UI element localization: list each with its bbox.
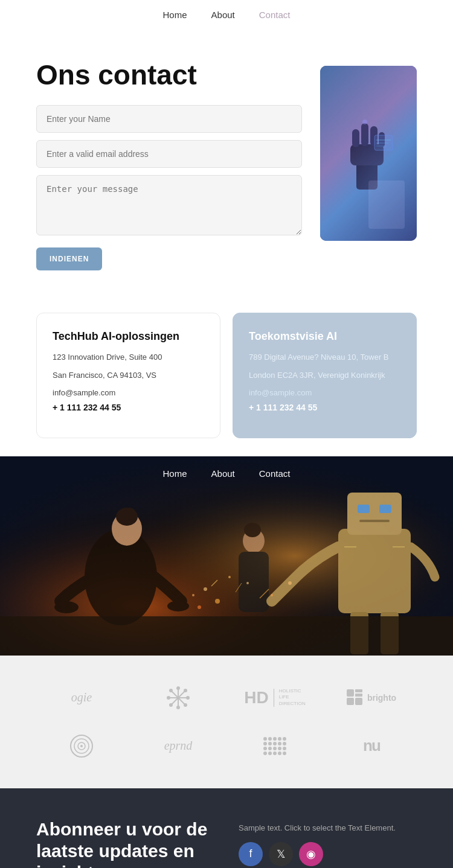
hero-image [320, 66, 417, 241]
overlay-nav-contact[interactable]: Contact [259, 468, 291, 479]
svg-point-68 [278, 737, 281, 741]
svg-point-75 [263, 747, 267, 750]
logo-epond: eprnd [133, 733, 223, 759]
svg-point-80 [263, 752, 267, 755]
svg-point-78 [278, 747, 281, 750]
name-input[interactable] [36, 105, 302, 133]
svg-point-52 [170, 689, 172, 692]
logos-section: ogie HD HOLISTICLIFEDIRECTION [0, 656, 453, 788]
card1-phone: + 1 111 232 44 55 [53, 401, 204, 414]
svg-point-79 [283, 747, 286, 750]
card2-phone: + 1 111 232 44 55 [249, 401, 400, 414]
footer-title: Abonneer u voor de laatste updates en in… [36, 819, 214, 868]
svg-point-39 [192, 594, 194, 596]
overlay-nav-about[interactable]: About [211, 468, 235, 479]
svg-rect-43 [0, 616, 453, 656]
card2-address1: 789 Digital Avenue? Niveau 10, Tower B [249, 351, 400, 364]
nav-contact[interactable]: Contact [259, 10, 291, 20]
svg-point-83 [278, 752, 281, 755]
footer-left-col: Abonneer u voor de laatste updates en in… [36, 819, 214, 868]
card2-address2: London EC2A 3JR, Verenigd Koninkrijk [249, 369, 400, 382]
nav-home[interactable]: Home [163, 10, 187, 20]
circles-icon [69, 734, 94, 758]
svg-point-35 [246, 582, 249, 584]
svg-point-72 [273, 742, 277, 745]
svg-rect-59 [347, 698, 354, 705]
svg-point-64 [80, 745, 83, 747]
svg-point-17 [124, 508, 136, 520]
svg-rect-23 [338, 529, 411, 613]
dots-icon [262, 735, 289, 756]
hero-image-placeholder [320, 66, 417, 241]
footer-right-col: Sample text. Click to select the Text El… [239, 819, 417, 868]
footer-sample-text[interactable]: Sample text. Click to select the Text El… [239, 823, 417, 832]
hero-section: Ons contact INDIENEN [0, 30, 453, 295]
logo-bright: brighto [326, 683, 417, 712]
logo-nu: nu [326, 730, 417, 761]
svg-point-32 [204, 587, 207, 591]
card2-title: Toekomstvisie AI [249, 330, 400, 343]
svg-rect-26 [379, 505, 391, 513]
footer-section: Abonneer u voor de laatste updates en in… [0, 788, 453, 868]
svg-point-36 [198, 605, 201, 609]
logo-ogie: ogie [36, 685, 127, 710]
logo-circles [36, 728, 127, 764]
card1-email[interactable]: info@sample.com [53, 388, 204, 397]
logo-snowflake [133, 680, 223, 716]
email-input[interactable] [36, 140, 302, 168]
svg-point-69 [283, 737, 286, 741]
svg-point-37 [271, 594, 273, 596]
footer-top: Abonneer u voor de laatste updates en in… [36, 819, 417, 868]
svg-point-77 [273, 747, 277, 750]
message-input[interactable] [36, 175, 302, 235]
svg-rect-2 [352, 129, 359, 147]
svg-point-71 [268, 742, 272, 745]
overlay-navigation: Home About Contact [163, 468, 291, 479]
svg-rect-22 [239, 552, 269, 612]
card-toekomst: Toekomstvisie AI 789 Digital Avenue? Niv… [233, 313, 417, 438]
svg-point-55 [170, 704, 172, 706]
bright-icon [347, 689, 364, 706]
overlay-nav-home[interactable]: Home [163, 468, 187, 479]
svg-rect-60 [355, 698, 362, 705]
svg-rect-3 [361, 123, 368, 146]
top-navigation: Home About Contact [0, 0, 453, 30]
svg-point-67 [273, 737, 277, 741]
svg-point-70 [263, 742, 267, 745]
svg-point-21 [244, 523, 261, 537]
card-techhub: TechHub AI-oplossingen 123 Innovation Dr… [36, 313, 220, 438]
nav-about[interactable]: About [211, 10, 235, 20]
svg-rect-25 [358, 505, 370, 513]
svg-point-33 [228, 576, 231, 578]
instagram-button[interactable]: ◉ [299, 842, 323, 866]
twitter-icon: 𝕏 [277, 847, 286, 861]
svg-point-49 [177, 706, 179, 709]
svg-point-73 [278, 742, 281, 745]
card1-address2: San Francisco, CA 94103, VS [53, 369, 204, 382]
svg-point-18 [54, 601, 79, 613]
contact-form-area: Ons contact INDIENEN [36, 60, 302, 270]
svg-rect-27 [359, 520, 390, 522]
facebook-icon: f [249, 847, 252, 860]
svg-point-66 [268, 737, 272, 741]
card1-address1: 123 Innovation Drive, Suite 400 [53, 351, 204, 364]
svg-point-38 [288, 581, 292, 585]
svg-point-53 [184, 704, 187, 706]
svg-point-65 [263, 737, 267, 741]
submit-button[interactable]: INDIENEN [36, 247, 102, 270]
svg-point-6 [362, 120, 367, 124]
logo-dots-grid [230, 729, 320, 762]
svg-point-81 [268, 752, 272, 755]
svg-point-74 [283, 742, 286, 745]
card2-email[interactable]: info@sample.com [249, 388, 400, 397]
svg-rect-24 [347, 493, 402, 535]
social-icons-group: f 𝕏 ◉ [239, 842, 417, 866]
facebook-button[interactable]: f [239, 842, 263, 866]
logo-hd: HD HOLISTICLIFEDIRECTION [230, 682, 320, 713]
instagram-icon: ◉ [306, 847, 316, 861]
twitter-button[interactable]: 𝕏 [269, 842, 293, 866]
svg-rect-56 [347, 689, 354, 697]
svg-point-34 [215, 599, 220, 604]
banner-background [0, 456, 453, 656]
svg-point-51 [187, 697, 189, 699]
